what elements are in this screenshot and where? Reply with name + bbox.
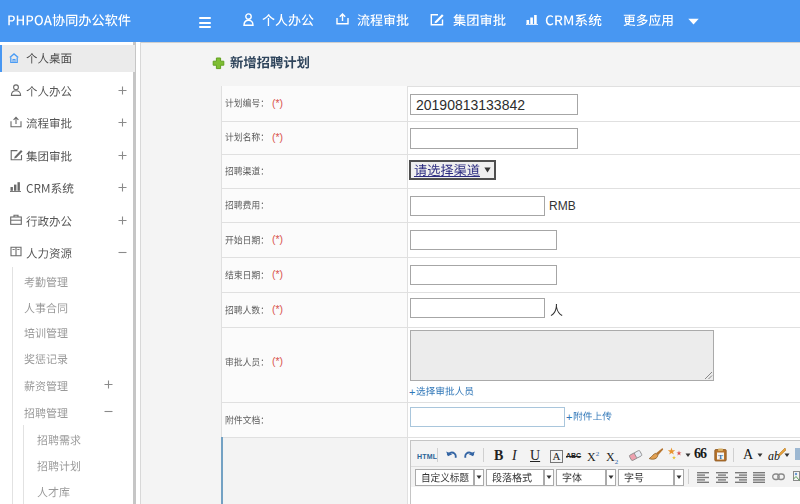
svg-text:T: T — [718, 453, 723, 461]
